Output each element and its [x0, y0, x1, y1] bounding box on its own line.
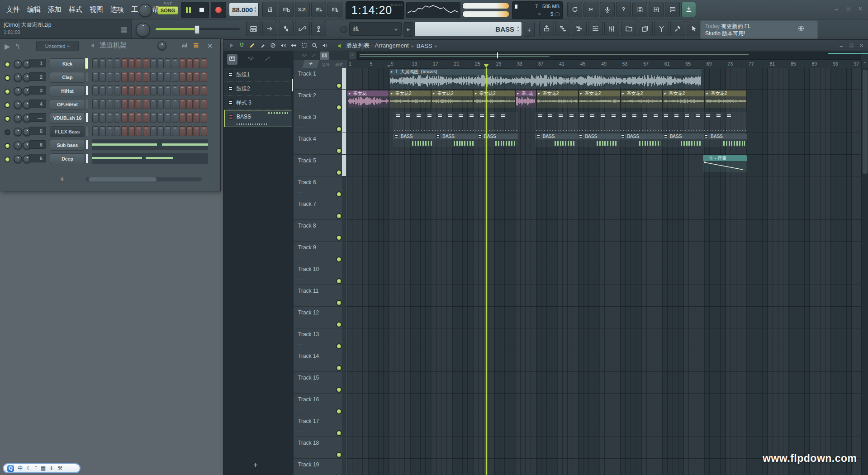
- clip-audio-3[interactable]: ▸帝女花2: [431, 90, 473, 108]
- ime-toolbar[interactable]: Q 中 ☾ ” ▦ ✛ ⚒: [3, 463, 81, 473]
- channel-number[interactable]: 6: [29, 140, 46, 149]
- step-button[interactable]: [201, 72, 207, 82]
- soft-keyboard-icon[interactable]: ▦: [41, 466, 46, 471]
- channel-button[interactable]: OP-HiHat: [50, 99, 85, 110]
- clip-pattern[interactable]: [535, 112, 747, 133]
- track-options-icon[interactable]: ···: [298, 364, 304, 369]
- channel-filter-button[interactable]: Unsorted ▸: [36, 41, 79, 51]
- snap-selector[interactable]: 线 ▸: [349, 22, 402, 36]
- step-button[interactable]: [107, 86, 113, 95]
- keys-clock-button[interactable]: [279, 2, 294, 17]
- picker-tab-piano[interactable]: [227, 54, 237, 65]
- clip-audio-2[interactable]: ▸帝女花2: [389, 90, 431, 108]
- step-button[interactable]: [121, 99, 128, 109]
- clip-bass-16[interactable]: BASS: [535, 133, 578, 147]
- select-button[interactable]: [299, 41, 309, 50]
- slip-button[interactable]: [289, 41, 299, 50]
- master-pitch-knob[interactable]: [136, 23, 150, 37]
- track-options-icon[interactable]: ···: [298, 342, 304, 347]
- corner-tab-1[interactable]: 音符: [322, 62, 330, 68]
- step-button[interactable]: [143, 99, 149, 109]
- scroll-up-icon[interactable]: ⌃: [862, 60, 868, 68]
- remote-button[interactable]: [311, 21, 326, 36]
- magnet-button[interactable]: [237, 41, 247, 50]
- step-button[interactable]: [150, 99, 157, 109]
- clip-bass-19[interactable]: BASS: [662, 133, 703, 147]
- pattern-item-1[interactable]: 鼓组1: [224, 68, 291, 82]
- clip-bass-15[interactable]: BASS: [476, 133, 518, 147]
- channel-pan-knob[interactable]: [14, 87, 22, 95]
- overview-back-button[interactable]: ‹: [349, 52, 356, 59]
- track-header-19[interactable]: Track 19···: [294, 459, 347, 475]
- countdown-button[interactable]: 3.2:: [295, 2, 310, 17]
- step-button[interactable]: [114, 113, 120, 123]
- step-button[interactable]: [186, 72, 193, 82]
- picker-scrollbar[interactable]: [292, 79, 293, 91]
- track-header-5[interactable]: Track 5···: [294, 155, 347, 176]
- track-options-icon[interactable]: ···: [298, 81, 304, 86]
- tempo-display[interactable]: 88.000 ▲▼: [229, 3, 259, 16]
- track-options-icon[interactable]: ···: [298, 212, 304, 217]
- picker-add-button[interactable]: +: [253, 461, 258, 470]
- track-mute-led[interactable]: [336, 148, 342, 154]
- track-header-2[interactable]: Track 2···: [294, 90, 347, 111]
- track-options-icon[interactable]: ···: [298, 147, 304, 152]
- channel-mute-led[interactable]: [5, 62, 10, 67]
- metronome-button[interactable]: [262, 2, 277, 17]
- step-button[interactable]: [186, 86, 193, 95]
- track-options-icon[interactable]: ···: [298, 125, 304, 130]
- channel-mute-led[interactable]: [5, 143, 10, 149]
- clip-bass-17[interactable]: BASS: [577, 133, 619, 147]
- maximize-button[interactable]: [844, 4, 853, 13]
- pencil-button[interactable]: [247, 41, 257, 50]
- step-button[interactable]: [165, 86, 171, 95]
- channel-button[interactable]: Kick: [50, 58, 85, 69]
- step-button[interactable]: [114, 99, 120, 109]
- channel-pan-knob[interactable]: [14, 60, 22, 68]
- step-button[interactable]: [157, 58, 164, 68]
- step-button[interactable]: [100, 113, 106, 123]
- step-button[interactable]: [172, 58, 178, 68]
- step-button[interactable]: [165, 126, 171, 136]
- pattern-selector[interactable]: BASS ▲▼: [414, 22, 522, 36]
- step-button[interactable]: [114, 58, 120, 68]
- channel-pan-knob[interactable]: [14, 114, 22, 123]
- step-button[interactable]: [201, 126, 207, 136]
- channel-pan-knob[interactable]: [14, 155, 22, 163]
- step-button[interactable]: [92, 113, 99, 123]
- track-header-14[interactable]: Track 14···: [294, 350, 347, 372]
- clip-audio-5[interactable]: ▸帝..花: [515, 90, 536, 108]
- timeline-ruler[interactable]: 1591317212529333741454953576165697377818…: [347, 60, 861, 68]
- touch-button[interactable]: [687, 21, 702, 36]
- menu-item-5[interactable]: 视图: [86, 3, 107, 16]
- channel-pan-knob[interactable]: [14, 128, 22, 136]
- save-button[interactable]: [632, 2, 647, 17]
- channel-rack-button[interactable]: [588, 21, 603, 36]
- track-options-icon[interactable]: ···: [298, 299, 304, 304]
- channel-mute-led[interactable]: [5, 75, 10, 81]
- scrollbar-thumb[interactable]: [863, 70, 868, 174]
- track-options-icon[interactable]: ···: [298, 320, 304, 325]
- clip-audio-6[interactable]: ▸帝女花2: [536, 90, 579, 108]
- channel-number[interactable]: 1: [29, 59, 46, 67]
- step-button[interactable]: [194, 58, 200, 68]
- keys-loop-button[interactable]: [327, 2, 342, 17]
- track-options-icon[interactable]: ···: [298, 255, 304, 260]
- step-button[interactable]: [165, 58, 171, 68]
- typing-piano-button[interactable]: [246, 21, 261, 36]
- step-button[interactable]: [92, 126, 99, 136]
- channel-mute-led[interactable]: [5, 157, 10, 162]
- track-mute-led[interactable]: [336, 126, 342, 132]
- step-button[interactable]: [121, 72, 128, 82]
- mute-button[interactable]: [278, 41, 288, 50]
- clip-bass-13[interactable]: BASS: [393, 133, 435, 147]
- step-button[interactable]: [121, 58, 128, 68]
- track-options-icon[interactable]: ···: [298, 407, 304, 412]
- step-button[interactable]: [186, 126, 193, 136]
- channel-button[interactable]: HiHat: [50, 86, 85, 96]
- menu-item-4[interactable]: 样式: [65, 3, 86, 16]
- track-header-1[interactable]: Track 1···: [294, 68, 347, 90]
- track-options-icon[interactable]: ···: [298, 168, 304, 173]
- step-button[interactable]: [107, 99, 113, 109]
- layout-icon[interactable]: [193, 42, 199, 50]
